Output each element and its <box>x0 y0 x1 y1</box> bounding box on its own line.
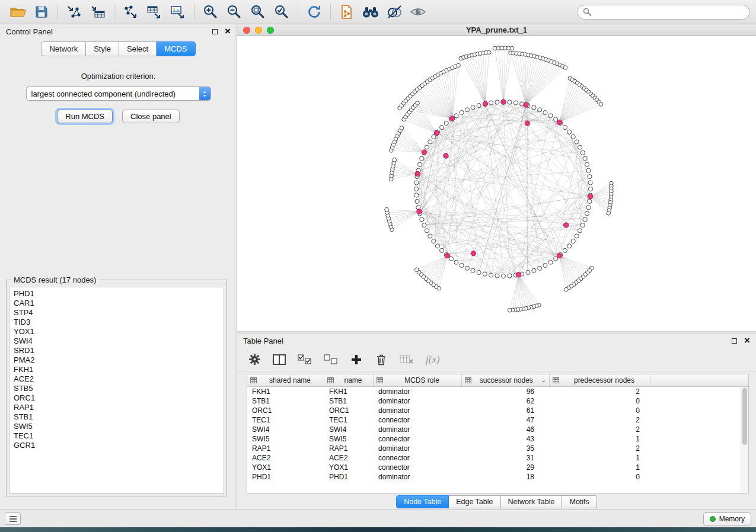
tab-network-table[interactable]: Network Table <box>501 495 563 508</box>
columns-button[interactable] <box>273 352 286 367</box>
toolbar-separator <box>330 4 331 20</box>
close-panel-button[interactable]: Close panel <box>122 110 180 123</box>
clone-network-button[interactable] <box>335 2 359 22</box>
column-header-predecessor-nodes[interactable]: predecessor nodes <box>550 374 650 386</box>
column-header-successor-nodes[interactable]: successor nodes⌄ <box>462 374 550 386</box>
find-button[interactable] <box>359 2 382 22</box>
mcds-result-item[interactable]: STB5 <box>14 384 219 393</box>
criterion-value: largest connected component (undirected) <box>27 89 199 98</box>
mcds-result-item[interactable]: STB1 <box>14 412 219 422</box>
mcds-result-item[interactable]: SWI5 <box>14 422 219 431</box>
close-panel-icon[interactable]: × <box>225 27 231 36</box>
table-row[interactable]: STB1STB1dominator620 <box>247 396 741 406</box>
tab-select[interactable]: Select <box>119 41 157 56</box>
table-row[interactable]: ORC1ORC1dominator610 <box>247 406 741 415</box>
export-network-button[interactable] <box>119 2 142 22</box>
toolbar-separator <box>114 4 114 20</box>
network-graph[interactable] <box>237 36 753 331</box>
tab-network[interactable]: Network <box>41 41 86 56</box>
cell-shared_name: FKH1 <box>247 387 324 396</box>
scrollbar-thumb[interactable] <box>742 388 747 445</box>
float-table-panel-icon[interactable] <box>732 338 737 344</box>
import-network-button[interactable] <box>62 2 86 22</box>
panel-menu-button[interactable] <box>5 512 21 525</box>
criterion-dropdown[interactable]: largest connected component (undirected)… <box>26 86 211 101</box>
dropdown-stepper-icon: ▲▼ <box>199 87 210 100</box>
mcds-result-item[interactable]: SRD1 <box>14 346 219 355</box>
float-panel-icon[interactable] <box>212 29 218 34</box>
mcds-result-item[interactable]: PHD1 <box>14 289 219 299</box>
open-file-button[interactable] <box>6 2 30 22</box>
table-row[interactable]: ACE2ACE2connector311 <box>247 453 741 463</box>
mcds-result-item[interactable]: SWI4 <box>14 336 219 346</box>
run-mcds-button[interactable]: Run MCDS <box>57 110 113 123</box>
column-header-name[interactable]: name <box>324 374 374 386</box>
zoom-in-button[interactable] <box>199 2 222 22</box>
mcds-result-item[interactable]: TID3 <box>14 318 219 327</box>
add-row-button[interactable] <box>350 352 363 367</box>
mcds-result-item[interactable]: PMA2 <box>14 355 219 365</box>
minimize-window-icon[interactable] <box>255 27 262 34</box>
mcds-result-item[interactable]: RAP1 <box>14 403 219 412</box>
table-row[interactable]: RAP1RAP1dominator352 <box>247 444 741 453</box>
function-builder-button[interactable]: f(x) <box>426 352 440 367</box>
refresh-button[interactable] <box>302 2 326 22</box>
deselect-all-button[interactable] <box>324 352 338 367</box>
import-table-button[interactable] <box>86 2 110 22</box>
mcds-result-item[interactable]: ORC1 <box>14 393 219 403</box>
sort-descending-icon[interactable]: ⌄ <box>541 377 546 383</box>
table-row[interactable]: TEC1TEC1connector472 <box>247 415 741 425</box>
network-window-titlebar[interactable]: YPA_prune.txt_1 <box>237 24 756 36</box>
mcds-result-item[interactable]: YOX1 <box>14 327 219 336</box>
table-row[interactable]: YOX1YOX1connector291 <box>247 463 741 472</box>
mcds-result-list[interactable]: PHD1CAR1STP4TID3YOX1SWI4SRD1PMA2FKH1ACE2… <box>9 287 224 493</box>
hide-columns-button[interactable] <box>400 352 414 367</box>
columns-icon <box>273 354 286 365</box>
search-box[interactable] <box>577 5 750 20</box>
memory-button[interactable]: Memory <box>703 512 751 525</box>
table-row[interactable]: SWI4SWI4dominator462 <box>247 425 741 434</box>
table-row[interactable]: FKH1FKH1dominator962 <box>247 387 741 396</box>
show-graphics-icon <box>410 6 426 18</box>
select-all-button[interactable] <box>298 352 312 367</box>
mcds-result-item[interactable]: STP4 <box>14 308 219 318</box>
search-input[interactable] <box>595 8 744 17</box>
cell-predecessor_nodes: 2 <box>550 425 650 434</box>
tab-style[interactable]: Style <box>86 41 119 56</box>
zoom-out-button[interactable] <box>222 2 246 22</box>
mcds-result-item[interactable]: TEC1 <box>14 431 219 441</box>
mcds-result-item[interactable]: FKH1 <box>14 365 219 374</box>
cell-shared_name: STB1 <box>247 397 324 405</box>
save-session-button[interactable] <box>30 2 53 22</box>
export-table-button[interactable] <box>142 2 166 22</box>
table-scrollbar[interactable] <box>741 387 748 493</box>
zoom-fit-button[interactable] <box>246 2 270 22</box>
table-column-icon <box>377 377 383 383</box>
table-row[interactable]: PHD1PHD1dominator180 <box>247 472 741 482</box>
zoom-selected-button[interactable] <box>270 2 294 22</box>
close-window-icon[interactable] <box>243 27 250 34</box>
mcds-result-item[interactable]: CAR1 <box>14 299 219 308</box>
tab-edge-table[interactable]: Edge Table <box>449 495 500 508</box>
save-session-icon <box>34 5 49 19</box>
column-header-shared-name[interactable]: shared name <box>247 374 324 386</box>
cell-successor_nodes: 96 <box>462 387 550 396</box>
zoom-selected-icon <box>274 4 289 20</box>
zoom-window-icon[interactable] <box>267 27 274 34</box>
cell-predecessor_nodes: 2 <box>550 444 650 453</box>
column-header-MCDS-role[interactable]: MCDS role <box>374 374 462 386</box>
export-image-button[interactable] <box>166 2 190 22</box>
network-canvas[interactable] <box>237 36 756 331</box>
cell-mcds_role: connector <box>374 416 462 424</box>
mcds-result-item[interactable]: GCR1 <box>14 441 219 450</box>
tab-node-table[interactable]: Node Table <box>396 495 449 508</box>
close-table-panel-icon[interactable]: × <box>744 336 750 345</box>
gear-button[interactable] <box>248 352 261 367</box>
style-button[interactable] <box>382 2 406 22</box>
mcds-result-item[interactable]: ACE2 <box>14 374 219 384</box>
tab-mcds[interactable]: MCDS <box>157 41 195 56</box>
delete-row-button[interactable] <box>375 352 388 367</box>
show-graphics-button[interactable] <box>406 2 430 22</box>
table-row[interactable]: SWI5SWI5connector431 <box>247 434 741 444</box>
tab-motifs[interactable]: Motifs <box>562 495 596 508</box>
